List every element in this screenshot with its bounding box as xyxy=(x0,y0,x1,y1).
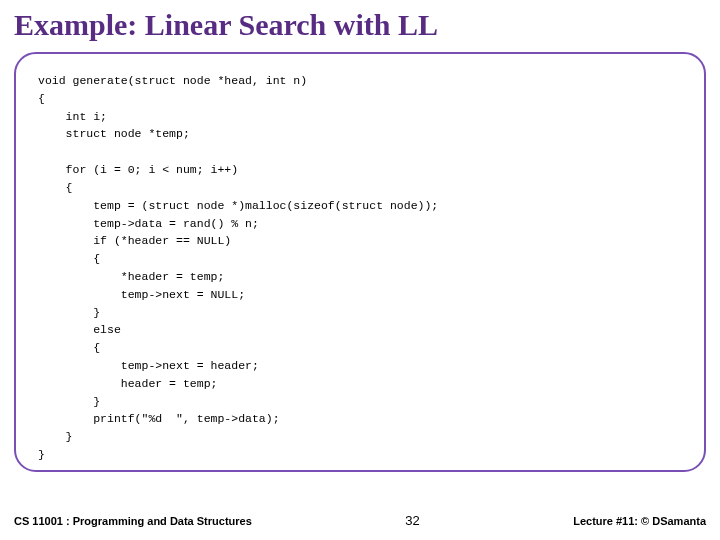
footer-course: CS 11001 : Programming and Data Structur… xyxy=(14,515,252,527)
footer-page-number: 32 xyxy=(405,513,419,528)
code-block: void generate(struct node *head, int n) … xyxy=(38,72,682,464)
footer-lecture: Lecture #11: © DSamanta xyxy=(573,515,706,527)
footer: CS 11001 : Programming and Data Structur… xyxy=(14,513,706,528)
code-container: void generate(struct node *head, int n) … xyxy=(14,52,706,472)
page-title: Example: Linear Search with LL xyxy=(14,8,706,42)
slide: Example: Linear Search with LL void gene… xyxy=(0,0,720,540)
